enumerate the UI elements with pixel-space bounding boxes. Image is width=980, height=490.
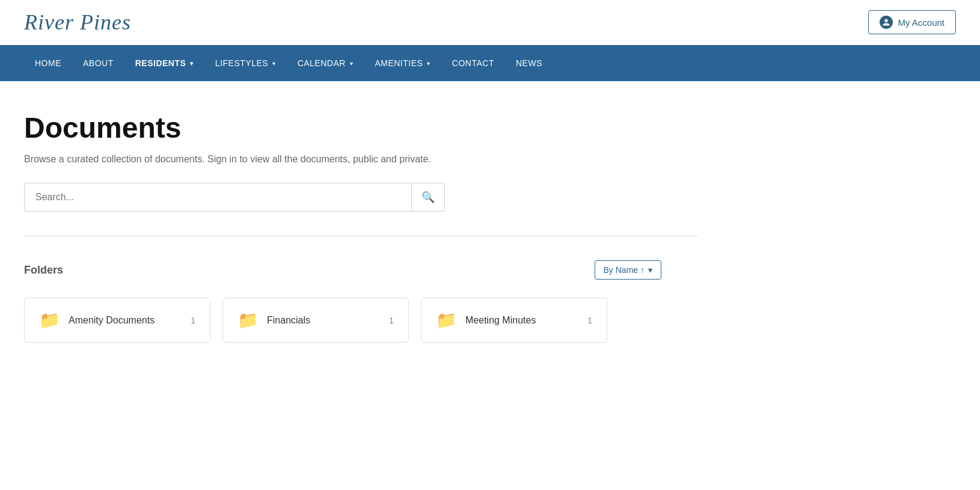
folder-card-meeting-minutes[interactable]: 📁 Meeting Minutes 1 (421, 298, 607, 343)
sort-label: By Name ↑ (604, 265, 645, 275)
folder-icon: 📁 (39, 310, 60, 330)
main-navbar: HOME ABOUT RESIDENTS ▾ LIFESTYLES ▾ CALE… (0, 45, 980, 81)
nav-item-calendar[interactable]: CALENDAR ▾ (287, 45, 364, 81)
main-content: Documents Browse a curated collection of… (0, 81, 721, 367)
folders-label: Folders (24, 264, 63, 277)
site-logo[interactable]: River Pines (24, 10, 131, 35)
chevron-down-icon: ▾ (272, 60, 276, 67)
folder-count: 1 (389, 316, 394, 325)
folders-grid: 📁 Amenity Documents 1 📁 Financials 1 📁 M… (24, 298, 697, 343)
chevron-down-icon: ▾ (350, 60, 354, 67)
search-icon: 🔍 (421, 191, 435, 203)
nav-link-home[interactable]: HOME (24, 45, 72, 81)
my-account-button[interactable]: My Account (868, 10, 956, 34)
chevron-down-icon: ▾ (190, 60, 194, 67)
nav-item-lifestyles[interactable]: LIFESTYLES ▾ (204, 45, 287, 81)
search-input[interactable] (25, 185, 411, 210)
nav-link-calendar[interactable]: CALENDAR ▾ (287, 45, 364, 81)
nav-item-contact[interactable]: CONTACT (441, 45, 505, 81)
nav-item-amenities[interactable]: AMENITIES ▾ (364, 45, 441, 81)
nav-link-amenities[interactable]: AMENITIES ▾ (364, 45, 441, 81)
page-title: Documents (24, 111, 697, 144)
page-subtitle: Browse a curated collection of documents… (24, 154, 697, 165)
folder-name: Meeting Minutes (465, 315, 579, 326)
my-account-label: My Account (898, 17, 945, 28)
nav-item-home[interactable]: HOME (24, 45, 72, 81)
site-header: River Pines My Account (0, 0, 980, 45)
folder-card-amenity-documents[interactable]: 📁 Amenity Documents 1 (24, 298, 210, 343)
folder-name: Amenity Documents (69, 315, 182, 326)
folder-icon: 📁 (436, 310, 457, 330)
nav-item-residents[interactable]: RESIDENTS ▾ (124, 45, 204, 81)
folders-header: Folders By Name ↑ ▾ (24, 260, 697, 280)
nav-item-about[interactable]: ABOUT (72, 45, 124, 81)
search-button[interactable]: 🔍 (411, 183, 444, 211)
nav-link-about[interactable]: ABOUT (72, 45, 124, 81)
nav-link-contact[interactable]: CONTACT (441, 45, 505, 81)
folder-card-financials[interactable]: 📁 Financials 1 (222, 298, 409, 343)
section-divider (24, 236, 697, 236)
account-icon (880, 16, 893, 29)
chevron-down-icon: ▾ (427, 60, 430, 67)
folder-count: 1 (191, 316, 195, 325)
nav-item-news[interactable]: NEWS (505, 45, 553, 81)
folder-count: 1 (587, 316, 592, 325)
nav-link-news[interactable]: NEWS (505, 45, 553, 81)
chevron-down-icon: ▾ (648, 265, 652, 275)
sort-button[interactable]: By Name ↑ ▾ (595, 260, 661, 280)
folder-name: Financials (267, 315, 381, 326)
search-bar: 🔍 (24, 183, 445, 212)
folder-icon: 📁 (237, 310, 259, 330)
nav-link-lifestyles[interactable]: LIFESTYLES ▾ (204, 45, 287, 81)
nav-link-residents[interactable]: RESIDENTS ▾ (124, 45, 204, 81)
